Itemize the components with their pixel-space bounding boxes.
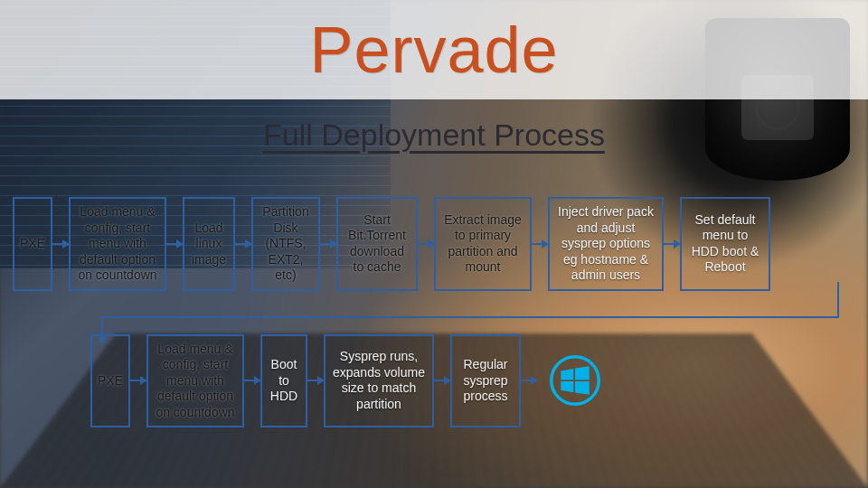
svg-marker-3 (561, 381, 573, 392)
arrow-icon (664, 243, 680, 245)
step-partition: Partition Disk (NTFS, EXT2, etc) (251, 197, 320, 291)
svg-marker-1 (561, 369, 573, 380)
flow-diagram: PXE Load menu & config, start menu with … (13, 197, 855, 427)
step-inject: Inject driver pack and adjust sysprep op… (548, 197, 664, 291)
arrow-icon (307, 380, 324, 381)
connector-arrow-down-icon (101, 316, 103, 343)
arrow-icon (244, 380, 260, 381)
svg-point-0 (552, 357, 599, 405)
flow-row-1: PXE Load menu & config, start menu with … (13, 197, 855, 291)
arrow-icon (521, 380, 537, 381)
arrow-icon (532, 243, 548, 245)
connector-line (101, 316, 839, 318)
step-set-default: Set default menu to HDD boot & Reboot (680, 197, 770, 291)
arrow-icon (434, 380, 450, 381)
arrow-icon (235, 243, 251, 245)
page-subtitle: Full Deployment Process (0, 117, 868, 153)
step-extract: Extract image to primary partition and m… (434, 197, 532, 291)
title-band: Pervade (0, 0, 868, 99)
step-sysprep-run: Sysprep runs, expands volume size to mat… (324, 334, 434, 428)
step-boot-hdd: Boot to HDD (260, 334, 307, 428)
step-load-menu-2: Load menu & config, start menu with defa… (146, 334, 244, 428)
svg-marker-2 (575, 367, 590, 380)
arrow-icon (166, 243, 183, 245)
step-pxe-2: PXE (90, 334, 130, 428)
arrow-icon (418, 243, 434, 245)
arrow-icon (130, 380, 146, 381)
page-title: Pervade (309, 13, 558, 87)
svg-marker-4 (575, 381, 590, 395)
windows-logo-icon (550, 355, 600, 406)
arrow-icon (52, 243, 69, 245)
flow-row-2: PXE Load menu & config, start menu with … (90, 334, 855, 428)
step-load-menu-1: Load menu & config, start menu with defa… (69, 197, 166, 291)
step-pxe-1: PXE (13, 197, 52, 291)
arrow-icon (320, 243, 336, 245)
step-load-linux: Load linux image (183, 197, 235, 291)
step-bittorrent: Start Bit.Torrent download to cache (336, 197, 418, 291)
connector-line (837, 282, 839, 318)
step-regular-sysprep: Regular sysprep process (450, 334, 521, 428)
